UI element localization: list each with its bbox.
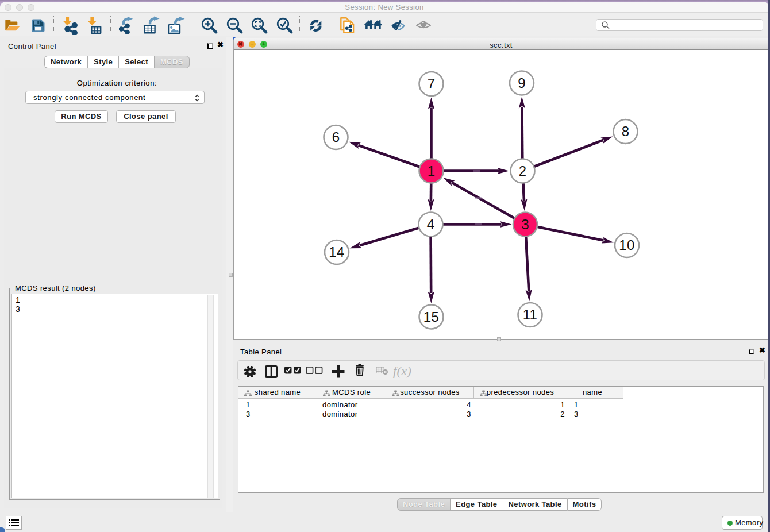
svg-text:2: 2: [519, 163, 527, 179]
svg-text:8: 8: [622, 124, 630, 139]
svg-text:6: 6: [332, 129, 340, 145]
svg-text:1: 1: [428, 163, 436, 179]
svg-text:10: 10: [619, 237, 635, 253]
svg-text:11: 11: [523, 307, 538, 322]
svg-text:14: 14: [329, 244, 345, 260]
svg-text:15: 15: [424, 309, 440, 325]
svg-text:3: 3: [521, 217, 529, 232]
svg-text:7: 7: [428, 76, 436, 91]
svg-text:4: 4: [427, 217, 435, 232]
svg-text:9: 9: [518, 75, 526, 91]
